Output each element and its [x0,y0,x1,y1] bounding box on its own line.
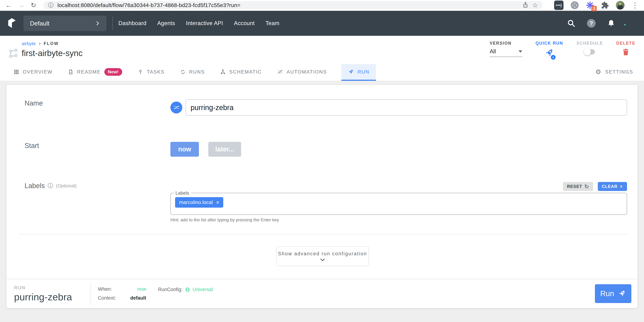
tab-runs[interactable]: RUNS [179,64,206,81]
footer-divider [90,282,91,305]
schedule-label: SCHEDULE [576,41,603,46]
help-icon[interactable]: ? [587,19,596,28]
page: ← → ↻ ⓘ localhost:8080/default/flow/76a3… [0,0,644,322]
clear-labels-button[interactable]: CLEAR × [598,182,627,191]
nav-item-agents[interactable]: Agents [157,20,175,27]
reset-labels-button[interactable]: RESET ↻ [563,182,593,191]
label-chip[interactable]: marcolino.local × [175,197,223,208]
chevron-down-icon [320,258,325,262]
nav-item-interactive-api[interactable]: Interactive API [186,20,223,27]
trash-icon[interactable] [622,48,630,57]
name-label: Name [24,95,43,107]
start-later-button[interactable]: later... [208,142,241,157]
footer-run-label: RUN [14,285,90,290]
tab-label: OVERVIEW [23,69,52,75]
tab-run[interactable]: RUN [341,64,376,81]
password-manager-extension-icon[interactable]: •••| [554,1,564,10]
advanced-config-label: Show advanced run configuration [278,251,367,257]
page-body: Name Start now later... [0,81,644,322]
extension-count-badge: 3 [591,6,597,11]
quick-run-control: QUICK RUN [536,41,563,59]
schedule-toggle[interactable] [584,49,595,54]
tab-bar: OVERVIEW README New! TASKS RUNS [9,64,635,81]
advanced-config-toggle-button[interactable]: Show advanced run configuration [276,246,369,266]
nav-item-team[interactable]: Team [266,20,280,27]
navbar-right: ? [567,19,637,28]
app-navbar: Default Dashboard Agents Interactive API… [0,11,644,36]
browser-back-icon[interactable]: ← [6,2,12,9]
url-text[interactable]: localhost:8080/default/flow/76a30344-b73… [58,2,240,8]
context-label: Context: [98,295,122,301]
labels-label: Labels [24,182,45,190]
address-bar[interactable]: ⓘ localhost:8080/default/flow/76a30344-b… [43,1,542,10]
tab-label: RUN [358,69,370,75]
chip-close-icon[interactable]: × [216,199,220,206]
browser-forward-icon[interactable]: → [18,2,24,9]
labels-hint-text: Hint: add to the list after typing by pr… [170,217,627,222]
browser-reload-icon[interactable]: ↻ [31,2,36,9]
quick-run-rocket-button[interactable] [544,48,554,59]
starburst-extension-icon[interactable]: 3 [586,1,594,10]
tab-settings[interactable]: ⚙ SETTINGS [594,64,634,81]
schematic-icon [220,69,226,75]
bookmark-star-icon[interactable]: ☆ [532,2,538,9]
browser-profile-avatar[interactable] [616,1,624,10]
browser-chrome: ← → ↻ ⓘ localhost:8080/default/flow/76a3… [0,0,644,11]
site-info-icon[interactable]: ⓘ [48,2,54,9]
caret-down-icon [518,51,522,53]
extensions-puzzle-icon[interactable] [601,1,609,9]
tab-overview[interactable]: OVERVIEW [13,64,54,81]
version-value: All [490,48,496,55]
breadcrumb-parent-link[interactable]: airbyte [22,41,36,47]
flow-icon [9,48,18,58]
breadcrumb: airbyte FLOW [22,41,82,47]
randomize-name-button[interactable] [170,102,182,114]
tab-label: RUNS [189,69,205,75]
browser-menu-icon[interactable]: ⋮ [631,1,638,10]
globe-icon [185,287,190,292]
page-title: first-airbyte-sync [22,48,82,58]
page-header: airbyte FLOW first-airbyte-sync VERSION … [0,36,644,81]
tab-label: SETTINGS [605,69,633,75]
clear-label: CLEAR [602,184,618,189]
nav-links: Dashboard Agents Interactive API Account… [118,20,280,27]
tab-readme[interactable]: README New! [67,64,123,81]
tab-automations[interactable]: AUTOMATIONS [276,64,328,81]
project-selector[interactable]: Default [24,16,106,31]
browser-extensions: •••| 3 ⋮ [554,1,638,10]
lightning-bolt-icon [550,54,556,60]
prefect-logo-icon[interactable] [7,18,17,29]
runconfig-value: Universal [192,287,213,292]
runs-cycle-icon [180,69,186,75]
start-row: Start now later... [18,142,627,157]
search-icon[interactable] [567,19,576,28]
chevron-right-icon [95,21,100,26]
rocket-icon [348,69,354,75]
section-divider [18,234,627,234]
run-button-label: Run [600,289,614,298]
run-button[interactable]: Run [595,284,631,303]
rocket-icon [618,289,626,298]
nav-item-account[interactable]: Account [234,20,255,27]
gear-icon: ⚙ [595,69,602,75]
header-actions: VERSION All QUICK RUN [490,41,635,59]
run-name-input[interactable] [186,99,627,116]
version-select[interactable]: All [490,48,522,57]
labels-input-area[interactable]: Labels marcolino.local × [170,193,627,215]
breadcrumb-chevron-icon [38,42,42,46]
tab-schematic[interactable]: SCHEMATIC [219,64,263,81]
document-icon [68,69,74,75]
share-icon[interactable] [522,2,528,9]
labels-optional-text: (Optional) [56,183,76,189]
run-summary-footer: RUN purring-zebra When: now Context: def… [6,279,638,308]
dpad-extension-icon[interactable] [570,1,579,10]
when-value: now [122,286,146,292]
delete-control: DELETE [616,41,635,57]
start-now-button[interactable]: now [170,142,199,157]
info-icon[interactable]: ⓘ [48,182,53,190]
nav-item-dashboard[interactable]: Dashboard [118,20,146,27]
close-icon: × [620,183,623,190]
toggle-knob [584,48,591,56]
notifications-bell-icon[interactable] [607,19,615,27]
tab-tasks[interactable]: TASKS [137,64,166,81]
